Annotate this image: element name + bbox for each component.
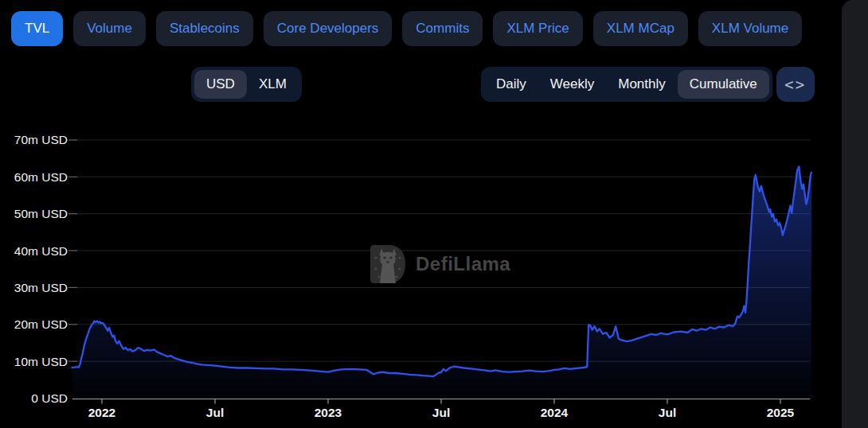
y-tick-label: 10m USD	[14, 355, 68, 368]
y-tick-label: 30m USD	[14, 281, 68, 294]
tab-xlm-price[interactable]: XLM Price	[493, 11, 582, 46]
interval-toggle: DailyWeeklyMonthlyCumulative	[481, 67, 772, 102]
toggle-option-usd[interactable]: USD	[194, 70, 247, 99]
tab-tvl[interactable]: TVL	[11, 11, 63, 46]
toggle-option-cumulative[interactable]: Cumulative	[678, 70, 769, 99]
x-axis: 2022Jul2023Jul2024Jul2025	[72, 399, 810, 420]
tvl-line-chart[interactable]: 0 USD10m USD20m USD30m USD40m USD50m USD…	[0, 0, 868, 428]
x-tick-label: 2023	[315, 406, 342, 419]
tab-volume[interactable]: Volume	[73, 11, 146, 46]
toggle-option-weekly[interactable]: Weekly	[538, 70, 606, 99]
toggle-option-daily[interactable]: Daily	[484, 70, 538, 99]
currency-toggle: USDXLM	[191, 67, 302, 102]
x-tick-label: Jul	[432, 406, 450, 419]
y-tick-label: 0 USD	[31, 391, 68, 405]
toggle-option-xlm[interactable]: XLM	[247, 70, 299, 99]
interval-controls: DailyWeeklyMonthlyCumulative <>	[481, 67, 815, 102]
gridlines	[68, 140, 810, 361]
y-tick-label: 20m USD	[14, 317, 68, 331]
expand-icon: <>	[784, 76, 806, 93]
tab-commits[interactable]: Commits	[402, 11, 483, 46]
toggle-option-monthly[interactable]: Monthly	[606, 70, 678, 99]
x-tick-label: Jul	[206, 406, 224, 419]
y-tick-label: 70m USD	[14, 133, 68, 146]
x-tick-label: Jul	[659, 406, 676, 419]
tvl-area-fill	[72, 166, 811, 399]
y-axis-labels: 0 USD10m USD20m USD30m USD40m USD50m USD…	[14, 133, 68, 405]
tab-xlm-mcap[interactable]: XLM MCap	[593, 11, 688, 46]
x-tick-label: 2022	[88, 406, 115, 419]
y-tick-label: 40m USD	[14, 244, 68, 258]
x-tick-label: 2025	[767, 406, 795, 419]
tab-xlm-volume[interactable]: XLM Volume	[698, 11, 802, 46]
y-tick-label: 60m USD	[14, 170, 68, 184]
tab-core-developers[interactable]: Core Developers	[264, 11, 393, 46]
x-tick-label: 2024	[541, 406, 569, 419]
expand-chart-button[interactable]: <>	[776, 67, 815, 102]
right-edge-panel	[842, 0, 868, 428]
tab-stablecoins[interactable]: Stablecoins	[156, 11, 253, 46]
metric-tabs-row: TVLVolumeStablecoinsCore DevelopersCommi…	[11, 11, 802, 46]
y-tick-label: 50m USD	[14, 207, 68, 220]
